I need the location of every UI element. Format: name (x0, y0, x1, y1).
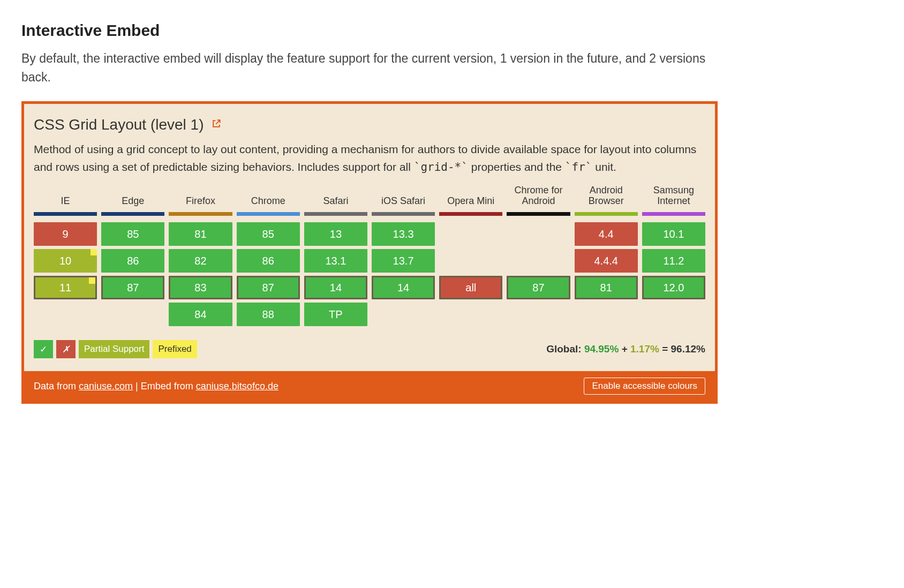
prefixed-indicator (91, 249, 97, 255)
legend-partial: Partial Support (79, 340, 149, 358)
browser-stripe (642, 212, 705, 216)
version-cell[interactable]: 86 (237, 249, 300, 273)
version-cell (507, 249, 570, 273)
browser-name: Firefox (169, 184, 232, 209)
version-cell (439, 249, 502, 273)
browser-name: Chrome for Android (507, 184, 570, 209)
browser-name: Edge (101, 184, 164, 209)
feature-description: Method of using a grid concept to lay ou… (34, 141, 705, 176)
version-label: all (465, 282, 476, 294)
version-label: 88 (262, 308, 274, 321)
browser-column: Edge858687 (101, 184, 164, 326)
embed-footer: Data from caniuse.com | Embed from caniu… (24, 371, 715, 401)
version-cell[interactable]: 13.1 (304, 249, 367, 273)
version-label: 83 (194, 282, 206, 294)
support-table: IE91011Edge858687Firefox81828384Chrome85… (34, 184, 705, 326)
footer-attribution: Data from caniuse.com | Embed from caniu… (34, 381, 278, 392)
version-cell (507, 222, 570, 246)
accessible-colours-button[interactable]: Enable accessible colours (584, 378, 705, 395)
version-label: 86 (262, 255, 274, 267)
version-cell[interactable]: 13 (304, 222, 367, 246)
version-cell[interactable]: 11.2 (642, 249, 705, 273)
legend: ✓ ✗ Partial Support Prefixed (34, 340, 197, 358)
version-label: 11.2 (663, 255, 684, 267)
browser-stripe (507, 212, 570, 216)
version-cell (575, 303, 638, 326)
browser-name: iOS Safari (372, 184, 435, 209)
global-stats: Global: 94.95% + 1.17% = 96.12% (546, 343, 705, 355)
version-cell[interactable]: all (439, 276, 502, 299)
version-cell[interactable]: 85 (237, 222, 300, 246)
browser-stripe (101, 212, 164, 216)
feature-title-link[interactable]: CSS Grid Layout (level 1) (34, 116, 705, 133)
version-cell[interactable]: 9 (34, 222, 97, 246)
version-cell[interactable]: 85 (101, 222, 164, 246)
browser-name: Opera Mini (439, 184, 502, 209)
section-description: By default, the interactive embed will d… (21, 49, 707, 86)
version-label: 13.3 (393, 228, 414, 240)
version-cell[interactable]: 10.1 (642, 222, 705, 246)
browser-column: Firefox81828384 (169, 184, 232, 326)
version-cell (439, 222, 502, 246)
caniuse-embed: CSS Grid Layout (level 1) Method of usin… (21, 101, 718, 404)
browser-column: iOS Safari13.313.714 (372, 184, 435, 326)
version-label: 13.7 (393, 255, 414, 267)
version-cell (439, 303, 502, 326)
version-cell[interactable]: 4.4 (575, 222, 638, 246)
version-label: 82 (194, 255, 206, 267)
version-label: 4.4 (599, 228, 614, 240)
version-cell[interactable]: 87 (237, 276, 300, 299)
version-cell[interactable]: 14 (372, 276, 435, 299)
version-label: 87 (262, 282, 274, 294)
version-cell[interactable]: 87 (101, 276, 164, 299)
version-cell[interactable]: 11 (34, 276, 97, 299)
version-cell (507, 303, 570, 326)
version-label: 10.1 (663, 228, 684, 240)
browser-name: Safari (304, 184, 367, 209)
version-label: 14 (397, 282, 409, 294)
version-cell[interactable]: 86 (101, 249, 164, 273)
version-cell[interactable]: 10 (34, 249, 97, 273)
version-label: 4.4.4 (594, 255, 617, 267)
version-cell[interactable]: 4.4.4 (575, 249, 638, 273)
version-cell[interactable]: 82 (169, 249, 232, 273)
version-label: 85 (127, 228, 139, 240)
version-label: 9 (63, 228, 69, 240)
version-cell[interactable]: 81 (575, 276, 638, 299)
version-label: 87 (127, 282, 139, 294)
version-label: 10 (59, 255, 71, 267)
section-heading: Interactive Embed (21, 21, 883, 40)
version-cell[interactable]: TP (304, 303, 367, 326)
version-cell[interactable]: 84 (169, 303, 232, 326)
legend-unsupported: ✗ (56, 340, 76, 358)
version-cell[interactable]: 12.0 (642, 276, 705, 299)
version-label: 81 (600, 282, 612, 294)
version-cell[interactable]: 14 (304, 276, 367, 299)
embed-source-link[interactable]: caniuse.bitsofco.de (196, 381, 278, 391)
version-label: 13 (330, 228, 342, 240)
browser-stripe (439, 212, 502, 216)
feature-title-text: CSS Grid Layout (level 1) (34, 116, 204, 133)
version-cell (372, 303, 435, 326)
version-cell[interactable]: 13.3 (372, 222, 435, 246)
external-link-icon (211, 116, 222, 133)
version-cell[interactable]: 87 (507, 276, 570, 299)
version-label: 84 (194, 308, 206, 321)
version-cell (101, 303, 164, 326)
version-cell[interactable]: 83 (169, 276, 232, 299)
browser-column: IE91011 (34, 184, 97, 326)
version-cell[interactable]: 13.7 (372, 249, 435, 273)
version-cell[interactable]: 88 (237, 303, 300, 326)
version-label: 86 (127, 255, 139, 267)
version-label: 12.0 (663, 282, 684, 294)
version-label: 14 (330, 282, 342, 294)
version-cell[interactable]: 81 (169, 222, 232, 246)
caniuse-link[interactable]: caniuse.com (79, 381, 133, 391)
browser-stripe (372, 212, 435, 216)
version-label: 87 (532, 282, 544, 294)
browser-column: Safari1313.114TP (304, 184, 367, 326)
version-label: TP (329, 308, 343, 321)
browser-column: Opera Miniall (439, 184, 502, 326)
prefixed-indicator (89, 277, 95, 284)
browser-name: IE (34, 184, 97, 209)
